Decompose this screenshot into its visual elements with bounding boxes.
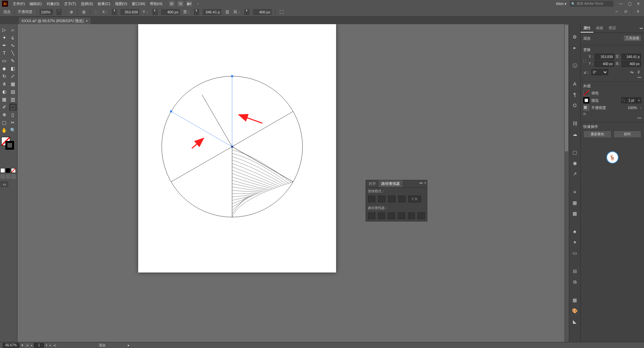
opacity-swatch[interactable]: ▩ [583,105,589,111]
draw-inside[interactable] [11,174,16,179]
tab-properties[interactable]: 属性 [581,24,593,33]
tool-options-button[interactable]: 工具选项 [623,35,641,42]
stroke-color-swatch[interactable] [583,97,589,103]
minimize-button[interactable]: — [617,1,625,6]
slice-tool[interactable]: ✂ [9,119,17,126]
brushes-icon[interactable]: ✶ [572,239,578,246]
fill-color-swatch[interactable] [583,90,589,96]
color-white[interactable] [0,168,5,173]
shape-builder-tool[interactable]: ◐ [0,88,8,95]
w-link[interactable]: ⬍ [194,9,199,15]
close-button[interactable]: ✕ [635,1,642,6]
ref-point-icon[interactable]: ⸬ [94,9,99,15]
menu-edit[interactable]: 编辑(E) [28,1,44,7]
color-guide-icon[interactable]: ◣ [572,318,578,325]
blend-tool[interactable]: ⬚ [9,103,17,111]
asset-export-icon[interactable]: ↗ [572,170,578,177]
workspace-switcher[interactable]: Web ▾ [556,2,566,6]
artboard[interactable] [138,24,336,272]
artboard-dropdown-icon[interactable]: ▾ [45,343,48,347]
h-link[interactable]: ⬍ [244,9,250,15]
next-artboard-icon[interactable]: ▸ [49,343,52,347]
pathfinder-panel-icon[interactable]: ⧉ [572,279,578,285]
zoom-dropdown-icon[interactable]: ▾ [21,343,23,347]
flip-h-icon[interactable]: ⇋ [629,69,635,75]
minus-back-icon[interactable] [418,212,425,219]
mesh-tool[interactable]: ▦ [0,96,8,103]
isolate-icon[interactable]: ⛶ [279,9,284,15]
angle-select[interactable]: 0° [591,69,608,75]
prop-x-input[interactable] [595,54,614,60]
color-panel-icon[interactable]: 🎨 [572,307,578,314]
fx-label[interactable]: fx. [583,112,641,116]
menu-view[interactable]: 视图(V) [113,1,129,7]
width-tool[interactable]: ⋔ [0,80,8,88]
opacity-dropdown-icon[interactable]: › [640,106,641,109]
gradient-panel-icon[interactable]: ▦ [572,199,578,206]
divide-icon[interactable] [368,212,375,219]
menu-file[interactable]: 文件(F) [11,1,27,7]
more-transform-icon[interactable]: ••• [583,75,641,79]
x-link[interactable]: ⬍ [112,9,117,15]
rectangle-tool[interactable]: ▭ [0,57,8,64]
stroke-panel-icon[interactable]: ≡ [572,189,578,195]
appearance-opacity-value[interactable]: 100% [628,106,637,110]
cc-libraries-icon[interactable]: ☁ [572,131,578,138]
close-tab-icon[interactable]: × [86,19,88,23]
exclude-icon[interactable] [398,196,406,202]
prop-w-input[interactable] [622,54,641,60]
menu-window[interactable]: 窗口(W) [130,1,147,7]
menu-object[interactable]: 对象(O) [45,1,61,7]
artboard-page-input[interactable] [34,343,44,348]
vertical-scrollbar[interactable] [564,24,569,342]
magic-wand-tool[interactable]: ✦ [0,34,8,41]
info-icon[interactable]: ⓘ [572,62,578,69]
ui-settings-icon[interactable]: ↔ [614,9,620,14]
gradient-tool[interactable]: ▥ [9,96,17,103]
character-icon[interactable]: A [572,81,578,87]
graph-tool[interactable]: ▯ [9,111,17,118]
stroke-swatch[interactable] [5,141,14,150]
crop-icon[interactable] [398,212,405,219]
h-input[interactable] [253,9,272,15]
play-icon[interactable]: ▸ [572,44,578,51]
panel-menu-icon[interactable]: ≡ [424,181,426,185]
curvature-tool[interactable]: ∿ [9,42,17,49]
stroke-dropdown[interactable]: ▾ [637,97,641,103]
appearance-icon[interactable]: ◉ [572,160,578,166]
menu-select[interactable]: 选择(S) [79,1,95,7]
recolor-icon[interactable]: ⊕ [69,9,74,15]
stock-icon[interactable]: St [178,1,183,6]
prev-artboard-icon[interactable]: ◂ [30,343,33,347]
pen-tool[interactable]: ✒ [0,42,8,49]
prop-y-input[interactable] [595,61,614,67]
align-icon[interactable]: ⊞ [81,9,87,15]
hand-tool[interactable]: ✋ [0,127,8,134]
maximize-button[interactable]: ▢ [626,1,634,6]
settings-icon[interactable]: ⚙ [572,34,578,40]
direct-select-tool[interactable]: ▹ [9,26,17,34]
artboard-tool[interactable]: ▢ [0,119,8,126]
stock-search[interactable]: 🔍 搜索 Adobe Stock [570,1,613,7]
status-menu-icon[interactable]: ▸ [128,343,129,347]
perspective-tool[interactable]: ▤ [9,88,17,95]
eraser-tool[interactable]: ◧ [9,65,17,72]
lasso-tool[interactable]: ɕ [9,34,17,41]
transparency-icon[interactable]: ▩ [572,210,578,217]
stroke-step-down[interactable]: ⌃⌄ [621,97,626,103]
color-black[interactable] [6,168,10,173]
bridge-icon[interactable]: Br [169,1,174,6]
link-wh-icon[interactable]: ⛓ [225,9,230,15]
stroke-width-input[interactable] [626,97,637,103]
paintbrush-tool[interactable]: ✎ [9,57,17,64]
menu-effect[interactable]: 效果(C) [96,1,112,7]
outline-icon[interactable] [408,212,415,219]
graphic-styles-icon[interactable]: ▭ [572,250,578,256]
align-panel-icon[interactable]: ⊟ [572,268,578,275]
menu-type[interactable]: 文字(T) [62,1,78,7]
expand-button[interactable]: 扩展 [408,196,421,202]
y-input[interactable] [161,9,180,15]
unite-icon[interactable] [368,196,375,202]
expand-panels-icon[interactable]: ◂◂ [639,26,643,30]
w-input[interactable] [203,9,221,15]
